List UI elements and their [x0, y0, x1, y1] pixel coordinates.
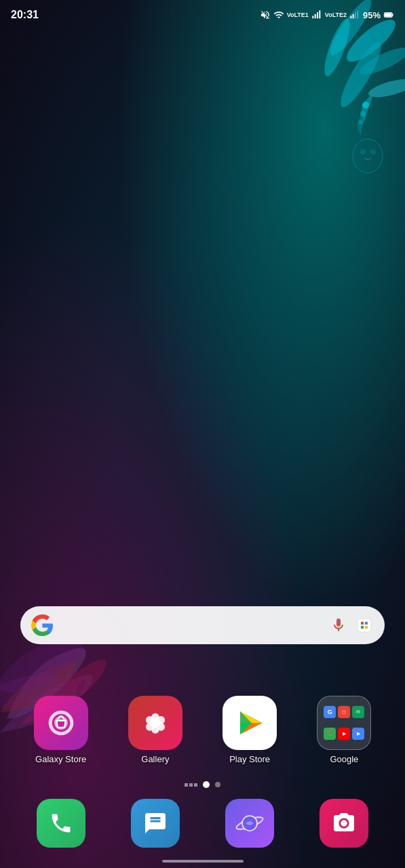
google-logo: [31, 614, 53, 636]
svg-rect-16: [317, 12, 318, 18]
app-gallery[interactable]: Gallery: [118, 696, 193, 764]
camera-icon: [320, 799, 368, 848]
signal2-icon: [349, 9, 360, 20]
app-google-folder[interactable]: G ◻ ✉ 📍 ▶ ▶ Google: [307, 696, 381, 764]
home-indicator[interactable]: [162, 860, 244, 863]
search-bar[interactable]: [20, 606, 385, 644]
svg-rect-15: [314, 14, 315, 19]
messages-icon: [131, 799, 180, 848]
mute-icon: [260, 9, 271, 20]
svg-point-9: [353, 139, 383, 173]
svg-point-11: [370, 149, 376, 155]
status-time: 20:31: [11, 9, 39, 21]
signal1-icon: [311, 9, 322, 20]
svg-rect-18: [350, 16, 351, 18]
app-row: Galaxy Store Gallery: [14, 696, 391, 764]
dock-internet[interactable]: [219, 799, 280, 848]
galaxy-store-label: Galaxy Store: [35, 754, 86, 764]
svg-rect-20: [355, 12, 356, 18]
svg-rect-14: [312, 16, 313, 18]
app-galaxy-store[interactable]: Galaxy Store: [24, 696, 98, 764]
play-store-icon: [223, 696, 277, 750]
svg-rect-17: [319, 10, 320, 18]
dock-messages[interactable]: [125, 799, 186, 848]
svg-rect-21: [357, 10, 358, 18]
gallery-icon: [128, 696, 182, 750]
gallery-label: Gallery: [141, 754, 169, 764]
dock-phone[interactable]: [31, 799, 92, 848]
google-folder-icon: G ◻ ✉ 📍 ▶ ▶: [317, 696, 371, 750]
wifi-icon: [273, 9, 284, 20]
volte2-icon: VoLTE2: [325, 12, 347, 18]
lens-search-button[interactable]: [355, 616, 374, 635]
play-store-label: Play Store: [229, 754, 270, 764]
phone-icon: [37, 799, 85, 848]
floral-decoration-top: [256, 0, 405, 217]
svg-point-7: [360, 111, 366, 117]
page-indicator-dot: [215, 782, 220, 787]
svg-rect-24: [385, 13, 392, 16]
svg-point-33: [150, 718, 160, 728]
svg-rect-19: [353, 14, 354, 19]
svg-point-4: [367, 75, 405, 100]
svg-point-6: [362, 102, 369, 108]
galaxy-store-icon: [34, 696, 88, 750]
page-indicator-active: [203, 781, 210, 788]
google-folder-label: Google: [330, 754, 358, 764]
app-grid: Galaxy Store Gallery: [0, 696, 405, 770]
battery-percentage: 95%: [363, 10, 381, 20]
internet-icon: [225, 799, 274, 848]
svg-point-8: [359, 120, 364, 125]
voice-search-button[interactable]: [329, 616, 348, 635]
svg-rect-23: [392, 14, 393, 16]
battery-icon: [383, 9, 394, 20]
svg-rect-25: [358, 618, 371, 632]
app-play-store[interactable]: Play Store: [212, 696, 287, 764]
page-indicator-lines: [185, 783, 197, 787]
status-bar: 20:31 VoLTE1 VoLTE2 95%: [0, 0, 405, 30]
dock: [0, 799, 405, 848]
svg-rect-26: [56, 719, 66, 722]
page-indicators: [0, 781, 405, 788]
svg-point-10: [360, 149, 366, 155]
dock-camera[interactable]: [313, 799, 374, 848]
status-icons: VoLTE1 VoLTE2 95%: [260, 9, 394, 20]
volte1-icon: VoLTE1: [287, 12, 309, 18]
